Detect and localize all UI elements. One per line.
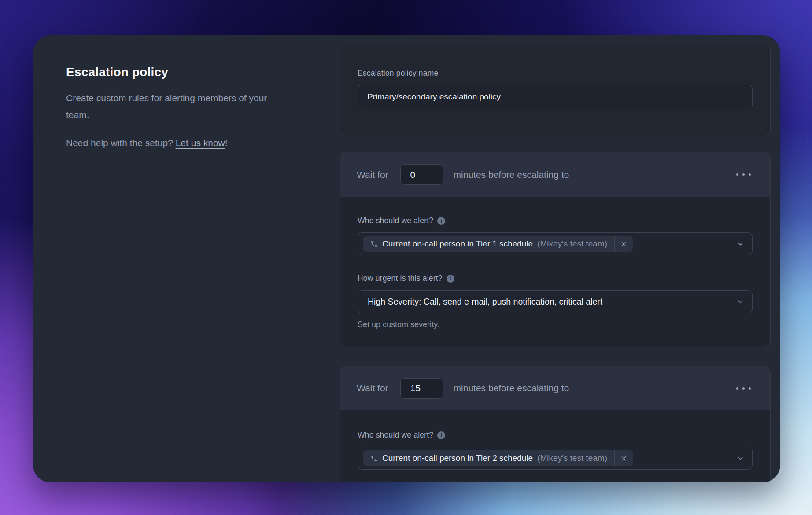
page-title: Escalation policy: [66, 65, 313, 79]
step-1-body: Who should we alert? i Current on-call p…: [340, 197, 770, 347]
step-1-more-options-button[interactable]: [735, 171, 752, 178]
custom-severity-link[interactable]: custom severity: [383, 320, 437, 329]
chip-schedule-name: Current on-call person in Tier 2 schedul…: [382, 453, 533, 463]
page-background: { "colors": { "card_bg": "#242936", "pan…: [0, 0, 812, 515]
chip-team-name: (Mikey's test team): [537, 453, 607, 463]
wait-for-label: Wait for: [357, 169, 388, 180]
help-suffix: !: [225, 138, 228, 148]
chevron-down-icon: [737, 240, 744, 248]
on-call-chip: Current on-call person in Tier 1 schedul…: [363, 236, 633, 252]
urgency-selected-value: High Severity: Call, send e-mail, push n…: [363, 297, 602, 307]
ellipsis-icon: [736, 173, 738, 176]
step-2-header: Wait for minutes before escalating to: [340, 366, 770, 410]
form-column: Escalation policy name Wait for minutes …: [340, 35, 780, 482]
who-should-we-alert-label: Who should we alert? i: [358, 216, 753, 225]
escalation-step-2-panel: Wait for minutes before escalating to Wh…: [340, 366, 771, 482]
policy-name-input[interactable]: [358, 85, 753, 109]
info-icon[interactable]: i: [437, 217, 445, 225]
policy-name-panel: Escalation policy name: [340, 44, 771, 136]
chip-schedule-name: Current on-call person in Tier 1 schedul…: [382, 239, 533, 249]
intro-column: Escalation policy Create custom rules fo…: [33, 35, 340, 482]
how-urgent-label: How urgent is this alert? i: [358, 274, 753, 283]
who-should-we-alert-label: Who should we alert? i: [358, 430, 753, 440]
let-us-know-link[interactable]: Let us know: [176, 138, 225, 148]
info-icon[interactable]: i: [437, 431, 445, 439]
phone-icon: [370, 240, 378, 248]
close-icon: [620, 455, 627, 462]
info-icon[interactable]: i: [447, 275, 454, 283]
remove-chip-button[interactable]: [614, 236, 633, 252]
escalation-step-1-panel: Wait for minutes before escalating to Wh…: [340, 152, 771, 347]
intro-help-text: Need help with the setup? Let us know!: [66, 135, 313, 151]
help-prefix: Need help with the setup?: [66, 138, 176, 148]
remove-chip-button[interactable]: [614, 450, 633, 466]
chevron-down-icon: [737, 455, 744, 462]
ellipsis-icon: [736, 387, 738, 390]
wait-suffix-label: minutes before escalating to: [454, 169, 569, 180]
phone-icon: [370, 455, 378, 462]
wait-for-label: Wait for: [357, 383, 388, 394]
wait-suffix-label: minutes before escalating to: [454, 383, 569, 394]
intro-description: Create custom rules for alerting members…: [66, 90, 277, 123]
urgency-select[interactable]: High Severity: Call, send e-mail, push n…: [358, 290, 753, 313]
alert-target-select[interactable]: Current on-call person in Tier 2 schedul…: [358, 447, 753, 470]
alert-target-select[interactable]: Current on-call person in Tier 1 schedul…: [358, 232, 753, 255]
chip-team-name: (Mikey's test team): [537, 239, 607, 249]
wait-minutes-input[interactable]: [400, 164, 443, 185]
escalation-policy-card: Escalation policy Create custom rules fo…: [33, 35, 780, 482]
custom-severity-helper: Set up custom severity.: [358, 320, 753, 329]
policy-name-label: Escalation policy name: [358, 69, 753, 78]
step-1-header: Wait for minutes before escalating to: [340, 152, 770, 197]
wait-minutes-input[interactable]: [400, 378, 443, 399]
step-2-body: Who should we alert? i Current on-call p…: [340, 410, 770, 482]
on-call-chip: Current on-call person in Tier 2 schedul…: [363, 450, 633, 466]
close-icon: [620, 241, 627, 247]
step-2-more-options-button[interactable]: [735, 385, 752, 392]
chevron-down-icon: [737, 298, 744, 305]
